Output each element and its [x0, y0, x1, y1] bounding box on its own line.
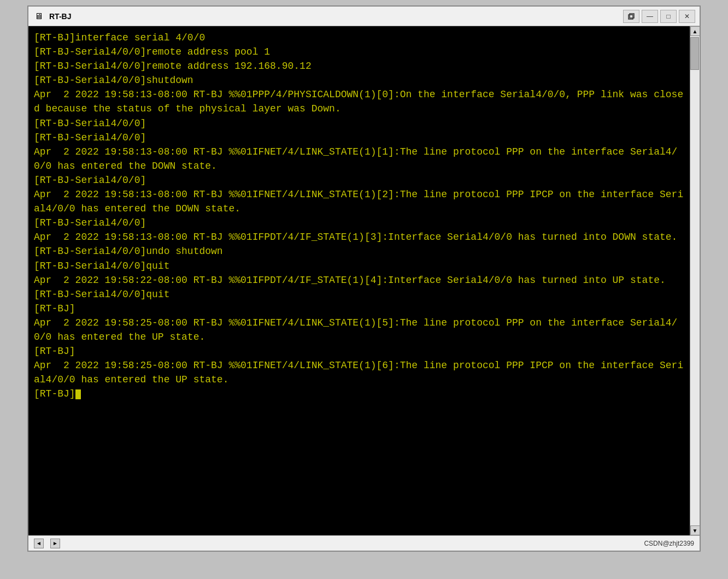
- window-body: [RT-BJ]interface serial 4/0/0 [RT-BJ-Ser…: [28, 26, 700, 535]
- statusbar-left: ◄ ►: [34, 539, 60, 548]
- scroll-track[interactable]: [690, 36, 700, 525]
- statusbar-info: CSDN@zhjt2399: [644, 540, 694, 547]
- window-title: RT-BJ: [49, 12, 623, 21]
- scroll-down-arrow[interactable]: ▼: [690, 525, 700, 535]
- vertical-scrollbar[interactable]: ▲ ▼: [690, 26, 700, 535]
- minimize-button[interactable]: —: [642, 10, 658, 23]
- titlebar-buttons: — □ ✕: [623, 10, 695, 23]
- scroll-right-arrow[interactable]: ►: [50, 539, 60, 548]
- terminal-output[interactable]: [RT-BJ]interface serial 4/0/0 [RT-BJ-Ser…: [28, 26, 690, 535]
- scroll-thumb[interactable]: [690, 37, 699, 70]
- maximize-button[interactable]: □: [660, 10, 677, 23]
- window-icon: 🖥: [33, 10, 45, 22]
- close-button[interactable]: ✕: [679, 10, 695, 23]
- restore-button[interactable]: [623, 10, 639, 23]
- titlebar: 🖥 RT-BJ — □ ✕: [28, 7, 700, 26]
- terminal-cursor: [75, 389, 81, 399]
- main-window: 🖥 RT-BJ — □ ✕ [RT-BJ]interface serial 4/…: [27, 5, 701, 552]
- statusbar: ◄ ► CSDN@zhjt2399: [28, 535, 700, 551]
- svg-rect-0: [629, 15, 633, 19]
- svg-rect-1: [630, 14, 634, 18]
- scroll-up-arrow[interactable]: ▲: [690, 26, 700, 36]
- scroll-left-arrow[interactable]: ◄: [34, 539, 44, 548]
